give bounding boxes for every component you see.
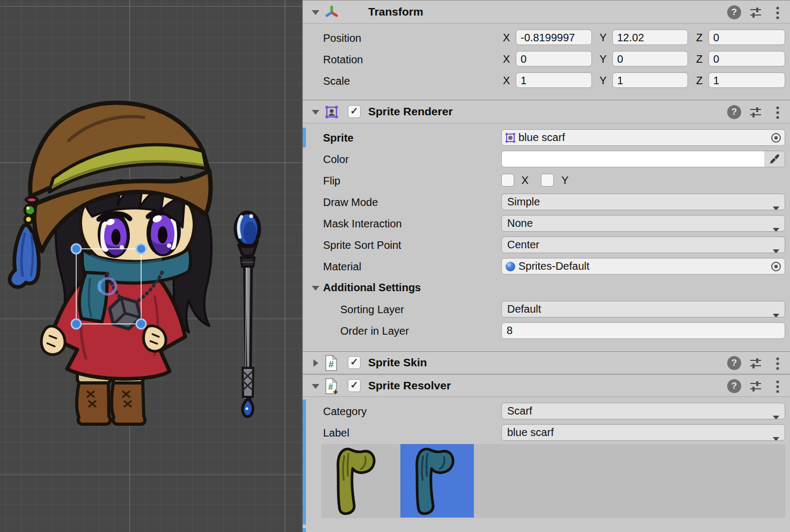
category-dropdown[interactable]: Scarf	[501, 403, 785, 419]
chevron-down-icon	[772, 200, 780, 210]
presets-icon[interactable]	[749, 106, 763, 121]
z-axis-label: Z	[696, 32, 703, 44]
position-z-field[interactable]: 0	[708, 29, 785, 45]
presets-icon[interactable]	[749, 357, 763, 372]
scale-label: Scale	[323, 75, 350, 87]
help-icon[interactable]: ?	[727, 105, 741, 119]
mask-interaction-label: Mask Interaction	[323, 217, 402, 230]
rotation-y-field[interactable]: 0	[612, 51, 688, 66]
material-object-field[interactable]: Sprites-Default	[501, 258, 785, 275]
help-icon[interactable]: ?	[727, 379, 741, 393]
color-row: Color	[303, 150, 790, 168]
z-axis-label: Z	[696, 75, 703, 87]
scene-view[interactable]	[0, 0, 302, 532]
kebab-menu-icon[interactable]	[776, 106, 780, 122]
foldout-expanded-icon[interactable]	[311, 107, 320, 120]
mask-interaction-row: Mask Interaction None	[303, 215, 790, 232]
help-icon[interactable]: ?	[727, 5, 741, 19]
label-dropdown[interactable]: blue scarf	[501, 424, 785, 441]
scale-y-field[interactable]: 1	[612, 72, 688, 88]
category-row: Category Scarf	[303, 402, 790, 420]
label-label: Label	[323, 426, 349, 439]
mask-interaction-value: None	[507, 217, 533, 229]
kebab-menu-icon[interactable]	[776, 380, 780, 396]
component-enabled-checkbox[interactable]: ✓	[348, 379, 361, 392]
component-title: Transform	[368, 5, 423, 18]
sprite-renderer-header[interactable]: ✓ Sprite Renderer ?	[303, 100, 790, 123]
scene-canvas[interactable]	[0, 0, 302, 532]
eyedropper-icon	[768, 153, 781, 166]
presets-icon[interactable]	[749, 380, 763, 395]
presets-icon[interactable]	[749, 6, 763, 21]
foldout-collapsed-icon[interactable]	[311, 358, 320, 371]
selection-handle[interactable]	[136, 319, 146, 329]
sprite-asset-icon	[504, 131, 517, 144]
script-plus-icon: # +	[324, 378, 339, 398]
sorting-layer-value: Default	[507, 303, 541, 315]
sort-point-dropdown[interactable]: Center	[501, 237, 785, 253]
kebab-menu-icon[interactable]	[776, 6, 780, 23]
color-swatch[interactable]	[502, 151, 764, 167]
prefab-override-bar	[303, 528, 306, 532]
component-enabled-checkbox[interactable]: ✓	[348, 105, 361, 118]
position-label: Position	[323, 32, 361, 44]
chevron-down-icon	[772, 243, 780, 253]
component-title: Sprite Resolver	[368, 379, 451, 392]
svg-text:#: #	[328, 359, 334, 370]
mask-interaction-dropdown[interactable]: None	[501, 215, 785, 232]
position-row: Position X -0.8199997 Y 12.02 Z 0	[303, 29, 790, 47]
sorting-layer-row: Sorting Layer Default	[303, 300, 790, 318]
sprite-skin-header[interactable]: # ✓ Sprite Skin ?	[303, 351, 790, 374]
transform-icon	[324, 5, 339, 23]
eyedropper-button[interactable]	[764, 151, 785, 167]
position-y-field[interactable]: 12.02	[612, 29, 688, 45]
draw-mode-dropdown[interactable]: Simple	[501, 194, 785, 210]
rotation-x-field[interactable]: 0	[516, 51, 592, 66]
flip-x-label: X	[522, 174, 529, 186]
selection-handle[interactable]	[71, 244, 81, 254]
color-field[interactable]	[501, 151, 785, 167]
flip-y-checkbox[interactable]	[541, 174, 554, 187]
foldout-expanded-icon[interactable]	[311, 8, 320, 20]
foldout-expanded-icon[interactable]	[311, 283, 320, 295]
rotation-z-field[interactable]: 0	[708, 51, 785, 66]
scale-row: Scale X 1 Y 1 Z 1	[303, 72, 790, 90]
rotation-row: Rotation X 0 Y 0 Z 0	[303, 50, 790, 68]
material-icon	[504, 260, 517, 273]
sort-point-value: Center	[507, 239, 539, 250]
staff-sprite[interactable]	[236, 212, 259, 417]
sprite-sort-point-row: Sprite Sort Point Center	[303, 236, 790, 254]
x-axis-label: X	[503, 32, 510, 44]
selection-handle[interactable]	[136, 244, 146, 254]
sprite-object-field[interactable]: blue scarf	[501, 129, 785, 146]
sprite-renderer-icon	[324, 105, 339, 122]
draw-mode-label: Draw Mode	[323, 196, 378, 208]
z-axis-label: Z	[696, 53, 703, 65]
chevron-down-icon	[772, 221, 780, 232]
transform-header[interactable]: Transform ?	[303, 0, 790, 24]
additional-settings-foldout[interactable]: Additional Settings	[303, 280, 790, 295]
object-picker-icon[interactable]	[770, 132, 782, 148]
unity-editor: Transform ? Position X -0.8199997 Y 12.0…	[0, 0, 790, 532]
position-x-field[interactable]: -0.8199997	[516, 29, 592, 45]
sorting-layer-dropdown[interactable]: Default	[501, 301, 785, 317]
selection-handle[interactable]	[71, 319, 81, 329]
flip-x-checkbox[interactable]	[501, 174, 514, 187]
flip-row: Flip X Y	[303, 172, 790, 189]
additional-settings-label: Additional Settings	[323, 282, 421, 294]
sprite-resolver-header[interactable]: # + ✓ Sprite Resolver ?	[303, 374, 790, 397]
character-sprite[interactable]	[10, 102, 211, 424]
component-enabled-checkbox[interactable]: ✓	[348, 356, 361, 369]
help-icon[interactable]: ?	[727, 356, 741, 370]
kebab-menu-icon[interactable]	[776, 357, 780, 373]
scale-z-field[interactable]: 1	[708, 72, 785, 88]
thumbnail-green-scarf[interactable]	[321, 444, 395, 518]
sprite-label-grid	[321, 444, 785, 518]
scale-x-field[interactable]: 1	[516, 72, 592, 88]
thumbnail-blue-scarf-selected[interactable]	[400, 444, 474, 518]
object-picker-icon[interactable]	[770, 261, 782, 277]
order-in-layer-field[interactable]: 8	[501, 322, 785, 339]
foldout-expanded-icon[interactable]	[311, 381, 320, 394]
y-axis-label: Y	[599, 53, 606, 65]
sprite-object-name: blue scarf	[518, 130, 565, 145]
